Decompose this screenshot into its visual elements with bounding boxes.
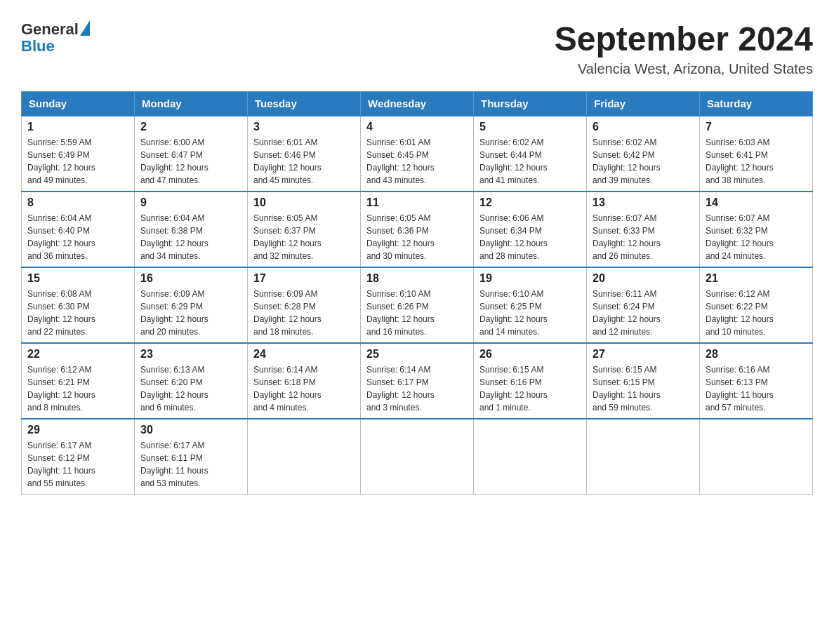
calendar-cell: 20Sunrise: 6:11 AMSunset: 6:24 PMDayligh…	[587, 267, 700, 343]
day-number: 7	[706, 121, 807, 133]
day-number: 30	[140, 424, 241, 436]
day-info: Sunrise: 6:12 AMSunset: 6:22 PMDaylight:…	[706, 288, 807, 338]
day-info: Sunrise: 6:03 AMSunset: 6:41 PMDaylight:…	[706, 136, 807, 187]
calendar-cell: 1Sunrise: 5:59 AMSunset: 6:49 PMDaylight…	[22, 116, 135, 192]
day-info: Sunrise: 6:17 AMSunset: 6:11 PMDaylight:…	[140, 439, 241, 490]
calendar-cell: 21Sunrise: 6:12 AMSunset: 6:22 PMDayligh…	[700, 267, 813, 343]
col-friday: Friday	[587, 91, 700, 116]
calendar-cell: 18Sunrise: 6:10 AMSunset: 6:26 PMDayligh…	[361, 267, 474, 343]
logo-triangle-icon	[80, 20, 90, 36]
calendar-cell	[248, 419, 361, 495]
day-number: 27	[593, 348, 694, 361]
day-number: 1	[27, 121, 128, 133]
day-number: 18	[366, 272, 468, 285]
day-info: Sunrise: 6:04 AMSunset: 6:38 PMDaylight:…	[140, 212, 241, 262]
day-number: 15	[27, 272, 128, 285]
calendar-cell: 10Sunrise: 6:05 AMSunset: 6:37 PMDayligh…	[248, 192, 361, 267]
day-number: 13	[593, 196, 694, 209]
week-row-5: 29Sunrise: 6:17 AMSunset: 6:12 PMDayligh…	[22, 419, 813, 495]
calendar-cell: 16Sunrise: 6:09 AMSunset: 6:29 PMDayligh…	[135, 267, 248, 343]
calendar-cell: 14Sunrise: 6:07 AMSunset: 6:32 PMDayligh…	[700, 192, 813, 267]
week-row-2: 8Sunrise: 6:04 AMSunset: 6:40 PMDaylight…	[22, 192, 813, 267]
day-info: Sunrise: 6:09 AMSunset: 6:28 PMDaylight:…	[253, 288, 355, 338]
day-number: 25	[366, 348, 468, 361]
day-info: Sunrise: 6:14 AMSunset: 6:18 PMDaylight:…	[253, 363, 355, 414]
day-number: 16	[140, 272, 241, 285]
calendar-cell: 2Sunrise: 6:00 AMSunset: 6:47 PMDaylight…	[135, 116, 248, 192]
calendar-header-row: Sunday Monday Tuesday Wednesday Thursday…	[22, 91, 813, 116]
day-info: Sunrise: 6:01 AMSunset: 6:46 PMDaylight:…	[253, 136, 355, 187]
day-number: 4	[366, 121, 468, 133]
day-number: 3	[253, 121, 355, 133]
day-info: Sunrise: 6:16 AMSunset: 6:13 PMDaylight:…	[706, 363, 807, 414]
col-thursday: Thursday	[474, 91, 587, 116]
calendar-cell	[700, 419, 813, 495]
day-info: Sunrise: 6:00 AMSunset: 6:47 PMDaylight:…	[140, 136, 241, 187]
day-info: Sunrise: 6:13 AMSunset: 6:20 PMDaylight:…	[140, 363, 241, 414]
calendar-cell: 8Sunrise: 6:04 AMSunset: 6:40 PMDaylight…	[22, 192, 135, 267]
calendar-cell: 3Sunrise: 6:01 AMSunset: 6:46 PMDaylight…	[248, 116, 361, 192]
logo: General Blue	[21, 21, 90, 55]
col-saturday: Saturday	[700, 91, 813, 116]
location-title: Valencia West, Arizona, United States	[555, 61, 813, 77]
calendar-cell: 19Sunrise: 6:10 AMSunset: 6:25 PMDayligh…	[474, 267, 587, 343]
day-info: Sunrise: 6:12 AMSunset: 6:21 PMDaylight:…	[27, 363, 128, 414]
calendar-cell: 25Sunrise: 6:14 AMSunset: 6:17 PMDayligh…	[361, 343, 474, 419]
day-number: 9	[140, 196, 241, 209]
calendar-cell: 26Sunrise: 6:15 AMSunset: 6:16 PMDayligh…	[474, 343, 587, 419]
day-info: Sunrise: 6:09 AMSunset: 6:29 PMDaylight:…	[140, 288, 241, 338]
day-number: 10	[253, 196, 355, 209]
day-info: Sunrise: 6:15 AMSunset: 6:16 PMDaylight:…	[479, 363, 581, 414]
col-wednesday: Wednesday	[361, 91, 474, 116]
day-number: 5	[479, 121, 581, 133]
day-number: 6	[593, 121, 694, 133]
calendar-cell	[587, 419, 700, 495]
day-number: 11	[366, 196, 468, 209]
calendar-cell: 22Sunrise: 6:12 AMSunset: 6:21 PMDayligh…	[22, 343, 135, 419]
day-info: Sunrise: 6:11 AMSunset: 6:24 PMDaylight:…	[593, 288, 694, 338]
day-info: Sunrise: 6:06 AMSunset: 6:34 PMDaylight:…	[479, 212, 581, 262]
calendar-cell: 28Sunrise: 6:16 AMSunset: 6:13 PMDayligh…	[700, 343, 813, 419]
calendar-cell: 9Sunrise: 6:04 AMSunset: 6:38 PMDaylight…	[135, 192, 248, 267]
day-info: Sunrise: 6:07 AMSunset: 6:33 PMDaylight:…	[593, 212, 694, 262]
day-info: Sunrise: 6:08 AMSunset: 6:30 PMDaylight:…	[27, 288, 128, 338]
calendar-cell: 12Sunrise: 6:06 AMSunset: 6:34 PMDayligh…	[474, 192, 587, 267]
day-number: 17	[253, 272, 355, 285]
day-info: Sunrise: 6:10 AMSunset: 6:26 PMDaylight:…	[366, 288, 468, 338]
week-row-3: 15Sunrise: 6:08 AMSunset: 6:30 PMDayligh…	[22, 267, 813, 343]
day-number: 20	[593, 272, 694, 285]
day-info: Sunrise: 6:10 AMSunset: 6:25 PMDaylight:…	[479, 288, 581, 338]
calendar-cell: 5Sunrise: 6:02 AMSunset: 6:44 PMDaylight…	[474, 116, 587, 192]
calendar-cell	[474, 419, 587, 495]
calendar-cell: 17Sunrise: 6:09 AMSunset: 6:28 PMDayligh…	[248, 267, 361, 343]
calendar-cell: 15Sunrise: 6:08 AMSunset: 6:30 PMDayligh…	[22, 267, 135, 343]
calendar-table: Sunday Monday Tuesday Wednesday Thursday…	[21, 91, 813, 495]
col-sunday: Sunday	[22, 91, 135, 116]
calendar-cell: 24Sunrise: 6:14 AMSunset: 6:18 PMDayligh…	[248, 343, 361, 419]
day-number: 8	[27, 196, 128, 209]
day-number: 21	[706, 272, 807, 285]
day-info: Sunrise: 6:05 AMSunset: 6:36 PMDaylight:…	[366, 212, 468, 262]
day-number: 28	[706, 348, 807, 361]
week-row-1: 1Sunrise: 5:59 AMSunset: 6:49 PMDaylight…	[22, 116, 813, 192]
calendar-cell: 23Sunrise: 6:13 AMSunset: 6:20 PMDayligh…	[135, 343, 248, 419]
logo-general-text: General	[21, 21, 79, 38]
col-tuesday: Tuesday	[248, 91, 361, 116]
day-number: 24	[253, 348, 355, 361]
day-info: Sunrise: 6:15 AMSunset: 6:15 PMDaylight:…	[593, 363, 694, 414]
calendar-cell: 6Sunrise: 6:02 AMSunset: 6:42 PMDaylight…	[587, 116, 700, 192]
day-number: 12	[479, 196, 581, 209]
day-number: 19	[479, 272, 581, 285]
day-info: Sunrise: 6:07 AMSunset: 6:32 PMDaylight:…	[706, 212, 807, 262]
calendar-cell: 7Sunrise: 6:03 AMSunset: 6:41 PMDaylight…	[700, 116, 813, 192]
day-info: Sunrise: 6:05 AMSunset: 6:37 PMDaylight:…	[253, 212, 355, 262]
day-number: 26	[479, 348, 581, 361]
day-number: 23	[140, 348, 241, 361]
col-monday: Monday	[135, 91, 248, 116]
day-info: Sunrise: 6:17 AMSunset: 6:12 PMDaylight:…	[27, 439, 128, 490]
day-info: Sunrise: 5:59 AMSunset: 6:49 PMDaylight:…	[27, 136, 128, 187]
day-info: Sunrise: 6:01 AMSunset: 6:45 PMDaylight:…	[366, 136, 468, 187]
day-info: Sunrise: 6:14 AMSunset: 6:17 PMDaylight:…	[366, 363, 468, 414]
page-header: General Blue September 2024 Valencia Wes…	[21, 21, 813, 77]
logo-blue-text: Blue	[21, 38, 55, 55]
